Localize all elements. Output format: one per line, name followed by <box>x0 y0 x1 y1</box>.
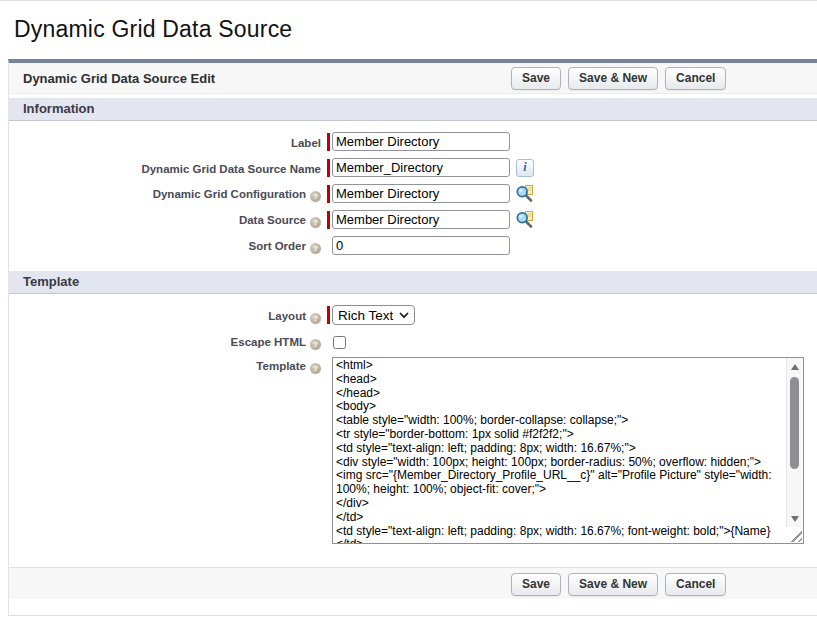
help-icon[interactable]: ? <box>310 191 321 202</box>
escape-html-field-label: Escape HTML? <box>9 333 321 350</box>
help-icon[interactable]: ? <box>310 243 321 254</box>
required-indicator <box>327 133 330 151</box>
resize-grip-icon[interactable] <box>788 528 802 542</box>
page-title: Dynamic Grid Data Source <box>14 16 817 43</box>
textarea-scrollbar[interactable] <box>786 358 803 527</box>
section-header-template: Template <box>9 271 817 294</box>
data-source-input[interactable] <box>332 210 510 229</box>
scrollbar-thumb[interactable] <box>790 377 799 469</box>
bottom-cancel-button[interactable]: Cancel <box>665 573 726 596</box>
bottom-button-bar: Save Save & New Cancel <box>9 567 817 599</box>
save-and-new-button[interactable]: Save & New <box>568 67 658 90</box>
field-row-template: Template? <html> <head> </head> <body> <… <box>9 357 817 544</box>
field-row-name: Dynamic Grid Data Source Name i <box>9 158 817 177</box>
help-icon[interactable]: ? <box>310 363 321 374</box>
help-icon[interactable]: ? <box>310 339 321 350</box>
chevron-down-icon <box>399 312 409 319</box>
help-icon[interactable]: ? <box>310 313 321 324</box>
sort-order-field-label: Sort Order? <box>9 237 321 254</box>
data-source-name-input[interactable] <box>332 158 510 177</box>
template-section: Layout? Rich Text Escape HTML? Template? <box>9 294 817 615</box>
required-indicator <box>327 185 330 203</box>
edit-panel: Dynamic Grid Data Source Edit Save Save … <box>8 59 817 616</box>
configuration-field-label: Dynamic Grid Configuration? <box>9 185 321 202</box>
layout-select-value: Rich Text <box>338 308 393 323</box>
triangle-down-icon <box>791 516 799 522</box>
data-source-field-label: Data Source? <box>9 211 321 228</box>
cancel-button[interactable]: Cancel <box>665 67 726 90</box>
info-icon[interactable]: i <box>516 159 534 177</box>
field-row-escape-html: Escape HTML? <box>9 332 817 350</box>
field-row-configuration: Dynamic Grid Configuration? <box>9 184 817 203</box>
sort-order-input[interactable] <box>332 236 510 255</box>
bottom-save-button[interactable]: Save <box>511 573 561 596</box>
panel-header-title: Dynamic Grid Data Source Edit <box>23 71 215 86</box>
information-section: Label Dynamic Grid Data Source Name i Dy… <box>9 121 817 271</box>
panel-header: Dynamic Grid Data Source Edit Save Save … <box>9 63 817 94</box>
field-row-sort-order: Sort Order? <box>9 236 817 255</box>
field-row-data-source: Data Source? <box>9 210 817 229</box>
layout-select[interactable]: Rich Text <box>332 305 415 325</box>
section-header-information: Information <box>9 98 817 121</box>
bottom-button-group: Save Save & New Cancel <box>511 573 733 596</box>
required-indicator <box>327 159 330 177</box>
required-indicator-empty <box>327 237 331 255</box>
required-indicator <box>327 306 330 324</box>
template-field-label: Template? <box>9 357 321 374</box>
escape-html-checkbox[interactable] <box>333 336 346 349</box>
triangle-up-icon <box>791 364 799 370</box>
field-row-layout: Layout? Rich Text <box>9 305 817 325</box>
template-textarea[interactable]: <html> <head> </head> <body> <table styl… <box>332 357 804 544</box>
lookup-icon[interactable] <box>515 184 534 203</box>
required-indicator-empty <box>327 332 331 350</box>
required-indicator-empty <box>327 442 331 460</box>
lookup-icon[interactable] <box>515 210 534 229</box>
configuration-input[interactable] <box>332 184 510 203</box>
required-indicator <box>327 211 330 229</box>
label-field-label: Label <box>9 134 321 149</box>
save-button[interactable]: Save <box>511 67 561 90</box>
label-input[interactable] <box>332 132 510 151</box>
help-icon[interactable]: ? <box>310 217 321 228</box>
scroll-up-button[interactable] <box>787 359 803 374</box>
bottom-save-and-new-button[interactable]: Save & New <box>568 573 658 596</box>
field-row-label: Label <box>9 132 817 151</box>
template-textarea-content: <html> <head> </head> <body> <table styl… <box>333 358 786 543</box>
scroll-down-button[interactable] <box>787 511 803 526</box>
layout-field-label: Layout? <box>9 307 321 324</box>
name-field-label: Dynamic Grid Data Source Name <box>9 160 321 175</box>
top-button-group: Save Save & New Cancel <box>511 67 733 90</box>
